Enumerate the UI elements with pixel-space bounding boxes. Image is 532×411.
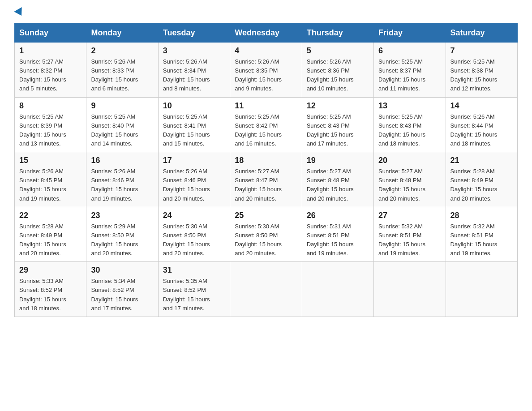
day-number: 17 [163, 156, 225, 165]
day-number: 11 [235, 101, 297, 111]
calendar-cell: 26 Sunrise: 5:31 AMSunset: 8:51 PMDaylig… [302, 207, 373, 262]
day-number: 6 [378, 46, 441, 56]
day-info: Sunrise: 5:27 AMSunset: 8:32 PMDaylight:… [19, 58, 66, 92]
day-info: Sunrise: 5:31 AMSunset: 8:51 PMDaylight:… [307, 223, 354, 257]
calendar-cell: 12 Sunrise: 5:25 AMSunset: 8:43 PMDaylig… [302, 97, 373, 152]
calendar-cell [302, 262, 373, 317]
day-info: Sunrise: 5:28 AMSunset: 8:49 PMDaylight:… [19, 223, 66, 257]
day-number: 23 [91, 211, 153, 220]
week-row-4: 22 Sunrise: 5:28 AMSunset: 8:49 PMDaylig… [15, 207, 518, 262]
week-row-5: 29 Sunrise: 5:33 AMSunset: 8:52 PMDaylig… [15, 262, 518, 317]
day-number: 5 [307, 46, 369, 56]
calendar-header: SundayMondayTuesdayWednesdayThursdayFrid… [15, 24, 518, 43]
day-info: Sunrise: 5:25 AMSunset: 8:37 PMDaylight:… [378, 58, 425, 92]
day-number: 22 [19, 211, 82, 220]
day-number: 28 [450, 211, 513, 220]
calendar-cell: 30 Sunrise: 5:34 AMSunset: 8:52 PMDaylig… [86, 262, 158, 317]
calendar-cell: 17 Sunrise: 5:26 AMSunset: 8:46 PMDaylig… [158, 152, 230, 207]
calendar-cell: 11 Sunrise: 5:25 AMSunset: 8:42 PMDaylig… [230, 97, 302, 152]
day-info: Sunrise: 5:27 AMSunset: 8:48 PMDaylight:… [378, 168, 425, 201]
day-info: Sunrise: 5:25 AMSunset: 8:42 PMDaylight:… [235, 113, 282, 147]
day-number: 16 [91, 156, 153, 165]
day-number: 21 [450, 156, 513, 165]
calendar-cell [374, 262, 446, 317]
day-number: 15 [19, 156, 82, 165]
day-info: Sunrise: 5:25 AMSunset: 8:43 PMDaylight:… [307, 113, 354, 147]
week-row-1: 1 Sunrise: 5:27 AMSunset: 8:32 PMDayligh… [15, 43, 518, 98]
day-info: Sunrise: 5:25 AMSunset: 8:39 PMDaylight:… [19, 113, 66, 147]
header-day-sunday: Sunday [15, 24, 86, 43]
calendar-cell: 29 Sunrise: 5:33 AMSunset: 8:52 PMDaylig… [15, 262, 86, 317]
calendar-cell: 4 Sunrise: 5:26 AMSunset: 8:35 PMDayligh… [230, 43, 302, 98]
day-number: 19 [307, 156, 369, 165]
day-info: Sunrise: 5:26 AMSunset: 8:46 PMDaylight:… [163, 168, 210, 201]
day-number: 10 [163, 101, 225, 111]
day-info: Sunrise: 5:35 AMSunset: 8:52 PMDaylight:… [163, 278, 210, 311]
day-info: Sunrise: 5:26 AMSunset: 8:35 PMDaylight:… [235, 58, 282, 92]
calendar-cell: 13 Sunrise: 5:25 AMSunset: 8:43 PMDaylig… [374, 97, 446, 152]
day-info: Sunrise: 5:26 AMSunset: 8:36 PMDaylight:… [307, 58, 354, 92]
calendar-cell: 21 Sunrise: 5:28 AMSunset: 8:49 PMDaylig… [446, 152, 517, 207]
header-day-saturday: Saturday [446, 24, 517, 43]
day-info: Sunrise: 5:26 AMSunset: 8:44 PMDaylight:… [450, 113, 498, 147]
calendar-cell: 28 Sunrise: 5:32 AMSunset: 8:51 PMDaylig… [446, 207, 517, 262]
day-number: 12 [307, 101, 369, 111]
calendar-cell: 8 Sunrise: 5:25 AMSunset: 8:39 PMDayligh… [15, 97, 86, 152]
calendar-cell: 31 Sunrise: 5:35 AMSunset: 8:52 PMDaylig… [158, 262, 230, 317]
day-info: Sunrise: 5:28 AMSunset: 8:49 PMDaylight:… [450, 168, 498, 201]
calendar-cell: 1 Sunrise: 5:27 AMSunset: 8:32 PMDayligh… [15, 43, 86, 98]
day-number: 26 [307, 211, 369, 220]
calendar-table: SundayMondayTuesdayWednesdayThursdayFrid… [14, 23, 518, 317]
logo [14, 11, 24, 18]
calendar-cell: 3 Sunrise: 5:26 AMSunset: 8:34 PMDayligh… [158, 43, 230, 98]
day-info: Sunrise: 5:25 AMSunset: 8:38 PMDaylight:… [450, 58, 498, 92]
calendar-cell: 20 Sunrise: 5:27 AMSunset: 8:48 PMDaylig… [374, 152, 446, 207]
day-info: Sunrise: 5:32 AMSunset: 8:51 PMDaylight:… [378, 223, 425, 257]
calendar-cell: 9 Sunrise: 5:25 AMSunset: 8:40 PMDayligh… [86, 97, 158, 152]
week-row-2: 8 Sunrise: 5:25 AMSunset: 8:39 PMDayligh… [15, 97, 518, 152]
calendar-cell: 22 Sunrise: 5:28 AMSunset: 8:49 PMDaylig… [15, 207, 86, 262]
header-row: SundayMondayTuesdayWednesdayThursdayFrid… [15, 24, 518, 43]
calendar-cell [230, 262, 302, 317]
day-number: 29 [19, 265, 82, 275]
header-day-thursday: Thursday [302, 24, 373, 43]
header-day-tuesday: Tuesday [158, 24, 230, 43]
day-number: 3 [163, 46, 225, 56]
calendar-cell: 5 Sunrise: 5:26 AMSunset: 8:36 PMDayligh… [302, 43, 373, 98]
day-number: 27 [378, 211, 441, 220]
day-number: 2 [91, 46, 153, 56]
day-number: 30 [91, 265, 153, 275]
calendar-container: SundayMondayTuesdayWednesdayThursdayFrid… [0, 23, 532, 328]
day-number: 24 [163, 211, 225, 220]
calendar-cell: 27 Sunrise: 5:32 AMSunset: 8:51 PMDaylig… [374, 207, 446, 262]
day-number: 13 [378, 101, 441, 111]
logo-triangle-icon [14, 7, 25, 18]
day-info: Sunrise: 5:30 AMSunset: 8:50 PMDaylight:… [235, 223, 282, 257]
day-info: Sunrise: 5:25 AMSunset: 8:43 PMDaylight:… [378, 113, 425, 147]
day-info: Sunrise: 5:26 AMSunset: 8:45 PMDaylight:… [19, 168, 66, 201]
calendar-cell: 19 Sunrise: 5:27 AMSunset: 8:48 PMDaylig… [302, 152, 373, 207]
calendar-cell: 15 Sunrise: 5:26 AMSunset: 8:45 PMDaylig… [15, 152, 86, 207]
day-info: Sunrise: 5:26 AMSunset: 8:33 PMDaylight:… [91, 58, 138, 92]
day-number: 14 [450, 101, 513, 111]
header-day-wednesday: Wednesday [230, 24, 302, 43]
week-row-3: 15 Sunrise: 5:26 AMSunset: 8:45 PMDaylig… [15, 152, 518, 207]
calendar-cell: 6 Sunrise: 5:25 AMSunset: 8:37 PMDayligh… [374, 43, 446, 98]
calendar-cell: 7 Sunrise: 5:25 AMSunset: 8:38 PMDayligh… [446, 43, 517, 98]
calendar-cell: 18 Sunrise: 5:27 AMSunset: 8:47 PMDaylig… [230, 152, 302, 207]
header-day-friday: Friday [374, 24, 446, 43]
day-number: 20 [378, 156, 441, 165]
header-day-monday: Monday [86, 24, 158, 43]
day-info: Sunrise: 5:25 AMSunset: 8:41 PMDaylight:… [163, 113, 210, 147]
calendar-cell: 23 Sunrise: 5:29 AMSunset: 8:50 PMDaylig… [86, 207, 158, 262]
day-number: 4 [235, 46, 297, 56]
day-info: Sunrise: 5:27 AMSunset: 8:47 PMDaylight:… [235, 168, 282, 201]
day-number: 1 [19, 46, 82, 56]
calendar-cell: 25 Sunrise: 5:30 AMSunset: 8:50 PMDaylig… [230, 207, 302, 262]
day-number: 9 [91, 101, 153, 111]
day-number: 18 [235, 156, 297, 165]
day-number: 31 [163, 265, 225, 275]
day-number: 8 [19, 101, 82, 111]
day-info: Sunrise: 5:32 AMSunset: 8:51 PMDaylight:… [450, 223, 498, 257]
day-number: 7 [450, 46, 513, 56]
